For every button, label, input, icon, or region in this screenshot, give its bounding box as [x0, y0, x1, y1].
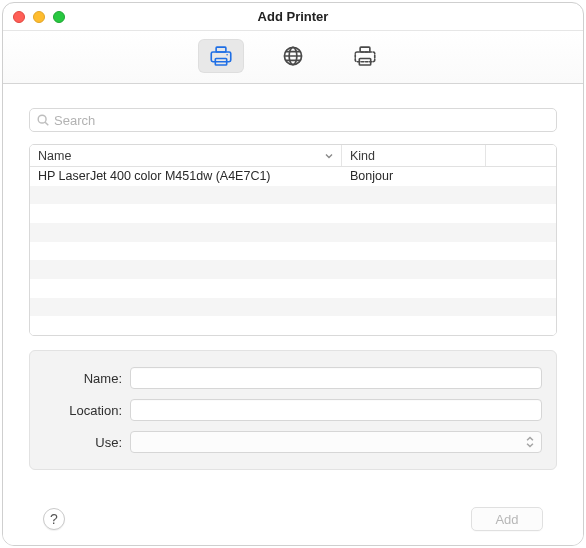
form-use-label: Use: [36, 435, 130, 450]
svg-rect-0 [211, 52, 231, 62]
column-header-name-label: Name [38, 149, 71, 163]
column-header-kind-label: Kind [350, 149, 375, 163]
titlebar: Add Printer [3, 3, 583, 31]
stepper-up-down-icon [523, 435, 537, 449]
table-row-empty [30, 279, 556, 298]
add-button-label: Add [495, 512, 518, 527]
table-row-empty [30, 204, 556, 223]
globe-icon [280, 44, 306, 68]
column-header-spacer [486, 145, 556, 166]
zoom-window-button[interactable] [53, 11, 65, 23]
table-header: Name Kind [30, 145, 556, 167]
printer-kind-cell: Bonjour [342, 169, 556, 183]
table-row-empty [30, 316, 556, 335]
printer-form-panel: Name: Location: Use: [29, 350, 557, 470]
tab-windows-printer[interactable] [342, 39, 388, 73]
content-area: Name Kind HP LaserJet 400 color M451dw (… [3, 84, 583, 545]
tab-default-printer[interactable] [198, 39, 244, 73]
form-name-input[interactable] [130, 367, 542, 389]
table-row-empty [30, 242, 556, 261]
close-window-button[interactable] [13, 11, 25, 23]
table-row-empty [30, 186, 556, 205]
search-field-wrap[interactable] [29, 108, 557, 132]
tab-ip-printer[interactable] [270, 39, 316, 73]
help-button[interactable]: ? [43, 508, 65, 530]
printer-name-cell: HP LaserJet 400 color M451dw (A4E7C1) [30, 169, 342, 183]
traffic-lights [13, 11, 65, 23]
minimize-window-button[interactable] [33, 11, 45, 23]
form-use-select[interactable] [130, 431, 542, 453]
form-location-label: Location: [36, 403, 130, 418]
table-row-empty [30, 260, 556, 279]
svg-rect-7 [360, 47, 370, 52]
add-printer-window: Add Printer [2, 2, 584, 546]
svg-point-9 [38, 115, 46, 123]
add-button: Add [471, 507, 543, 531]
table-row-empty [30, 223, 556, 242]
search-input[interactable] [54, 113, 550, 128]
search-icon [36, 113, 50, 127]
svg-rect-6 [355, 52, 375, 62]
table-body: HP LaserJet 400 color M451dw (A4E7C1) Bo… [30, 167, 556, 335]
printers-table: Name Kind HP LaserJet 400 color M451dw (… [29, 144, 557, 336]
form-location-input[interactable] [130, 399, 542, 421]
svg-point-3 [226, 54, 228, 56]
footer: ? Add [29, 495, 557, 545]
chevron-down-icon [323, 150, 335, 162]
table-row[interactable]: HP LaserJet 400 color M451dw (A4E7C1) Bo… [30, 167, 556, 186]
toolbar [3, 31, 583, 84]
svg-rect-1 [216, 47, 226, 52]
table-row-empty [30, 298, 556, 317]
form-name-label: Name: [36, 371, 130, 386]
column-header-name[interactable]: Name [30, 145, 342, 166]
printer-advanced-icon [352, 44, 378, 68]
column-header-kind[interactable]: Kind [342, 145, 486, 166]
help-glyph: ? [50, 511, 58, 527]
printer-icon [208, 44, 234, 68]
window-title: Add Printer [258, 9, 329, 24]
